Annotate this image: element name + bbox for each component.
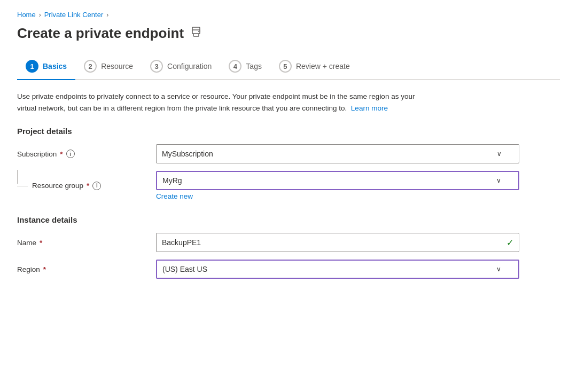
resource-group-required: *	[87, 182, 89, 190]
subscription-required: *	[60, 150, 63, 158]
breadcrumb-private-link-center[interactable]: Private Link Center	[44, 11, 104, 19]
tab-resource[interactable]: 2 Resource	[75, 54, 142, 79]
name-label: Name	[17, 239, 36, 247]
tab-tags-label: Tags	[246, 62, 262, 70]
breadcrumb-home[interactable]: Home	[17, 11, 36, 19]
subscription-chevron-icon: ∨	[497, 150, 502, 158]
resource-group-chevron-icon: ∨	[496, 177, 501, 184]
step-circle-1: 1	[26, 60, 38, 73]
step-circle-2: 2	[84, 60, 97, 73]
step-circle-4: 4	[229, 60, 241, 73]
region-required: *	[43, 265, 46, 273]
resource-group-row: Resource group * i MyRg ∨ Create new	[17, 171, 560, 200]
description: Use private endpoints to privately conne…	[17, 91, 434, 114]
breadcrumb-separator-1: ›	[39, 11, 41, 19]
region-label-col: Region *	[17, 265, 156, 273]
resource-group-dropdown[interactable]: MyRg ∨	[156, 171, 519, 190]
tab-configuration-label: Configuration	[167, 62, 212, 70]
subscription-label: Subscription	[17, 150, 57, 158]
subscription-row: Subscription * i MySubscription ∨	[17, 144, 560, 163]
region-dropdown[interactable]: (US) East US ∨	[156, 260, 519, 279]
page-header: Create a private endpoint	[17, 25, 560, 42]
subscription-control: MySubscription ∨	[156, 144, 519, 163]
print-icon[interactable]	[190, 26, 202, 41]
resource-group-label-col: Resource group * i	[17, 182, 156, 190]
name-label-col: Name *	[17, 239, 156, 247]
project-details-section: Project details Subscription * i MySubsc…	[17, 127, 560, 200]
name-valid-icon: ✓	[506, 238, 513, 248]
region-row: Region * (US) East US ∨	[17, 260, 560, 279]
subscription-dropdown[interactable]: MySubscription ∨	[156, 144, 519, 163]
tab-basics[interactable]: 1 Basics	[17, 54, 75, 80]
subscription-label-col: Subscription * i	[17, 150, 156, 158]
region-chevron-icon: ∨	[496, 265, 501, 273]
svg-point-3	[198, 31, 199, 32]
resource-group-label: Resource group	[32, 182, 83, 190]
step-circle-5: 5	[279, 60, 292, 73]
create-new-link[interactable]: Create new	[156, 192, 193, 200]
region-control: (US) East US ∨	[156, 260, 519, 279]
subscription-info-icon[interactable]: i	[66, 150, 75, 158]
tab-tags[interactable]: 4 Tags	[220, 54, 270, 79]
name-control: BackupPE1 ✓	[156, 233, 519, 252]
tab-review-create-label: Review + create	[296, 62, 350, 70]
wizard-tabs: 1 Basics 2 Resource 3 Configuration 4 Ta…	[17, 54, 560, 80]
name-input[interactable]: BackupPE1 ✓	[156, 233, 519, 252]
project-details-title: Project details	[17, 127, 560, 136]
tab-resource-label: Resource	[101, 62, 133, 70]
tab-configuration[interactable]: 3 Configuration	[142, 54, 220, 79]
name-row: Name * BackupPE1 ✓	[17, 233, 560, 252]
tab-basics-label: Basics	[43, 62, 67, 70]
name-required: *	[40, 239, 42, 247]
learn-more-link[interactable]: Learn more	[351, 104, 388, 112]
tab-review-create[interactable]: 5 Review + create	[270, 54, 358, 79]
resource-group-info-icon[interactable]: i	[92, 182, 101, 190]
instance-details-section: Instance details Name * BackupPE1 ✓ Regi…	[17, 215, 560, 279]
step-circle-3: 3	[150, 60, 163, 73]
breadcrumb: Home › Private Link Center ›	[17, 11, 560, 19]
instance-details-title: Instance details	[17, 215, 560, 224]
resource-group-control: MyRg ∨ Create new	[156, 171, 519, 200]
region-label: Region	[17, 265, 40, 273]
breadcrumb-separator-2: ›	[106, 11, 108, 19]
page-title: Create a private endpoint	[17, 25, 184, 42]
